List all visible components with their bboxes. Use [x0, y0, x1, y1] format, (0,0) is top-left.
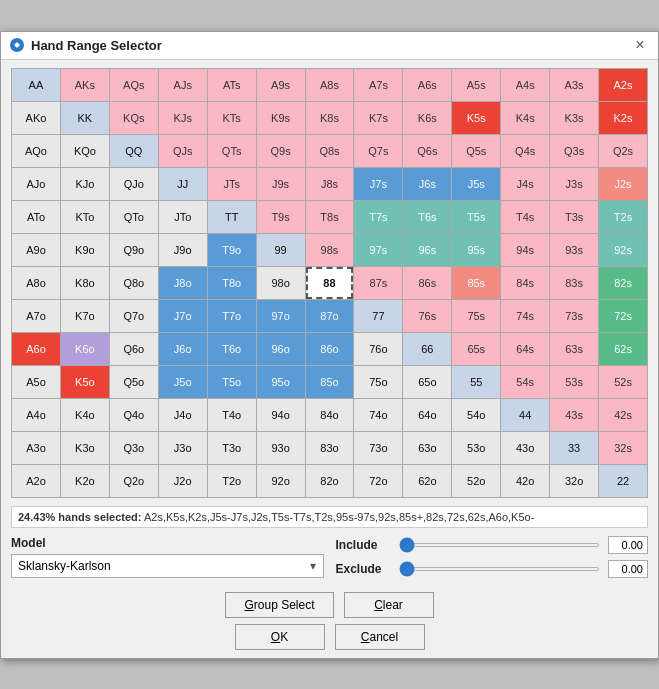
grid-cell[interactable]: 66 [403, 333, 451, 365]
grid-cell[interactable]: Q2s [599, 135, 647, 167]
grid-cell[interactable]: A5s [452, 69, 500, 101]
grid-cell[interactable]: T9o [208, 234, 256, 266]
grid-cell[interactable]: Q9o [110, 234, 158, 266]
grid-cell[interactable]: K9o [61, 234, 109, 266]
grid-cell[interactable]: 76o [354, 333, 402, 365]
grid-cell[interactable]: AQs [110, 69, 158, 101]
grid-cell[interactable]: Q4s [501, 135, 549, 167]
grid-cell[interactable]: 87o [306, 300, 354, 332]
grid-cell[interactable]: 63o [403, 432, 451, 464]
grid-cell[interactable]: J4s [501, 168, 549, 200]
grid-cell[interactable]: 93s [550, 234, 598, 266]
grid-cell[interactable]: A9s [257, 69, 305, 101]
grid-cell[interactable]: Q9s [257, 135, 305, 167]
grid-cell[interactable]: TT [208, 201, 256, 233]
grid-cell[interactable]: T7s [354, 201, 402, 233]
grid-cell[interactable]: 93o [257, 432, 305, 464]
grid-cell[interactable]: 72o [354, 465, 402, 497]
grid-cell[interactable]: 54o [452, 399, 500, 431]
grid-cell[interactable]: 43o [501, 432, 549, 464]
grid-cell[interactable]: 94o [257, 399, 305, 431]
grid-cell[interactable]: T3s [550, 201, 598, 233]
grid-cell[interactable]: A4o [12, 399, 60, 431]
grid-cell[interactable]: 98s [306, 234, 354, 266]
grid-cell[interactable]: ATs [208, 69, 256, 101]
grid-cell[interactable]: T2s [599, 201, 647, 233]
grid-cell[interactable]: KJs [159, 102, 207, 134]
grid-cell[interactable]: J2s [599, 168, 647, 200]
grid-cell[interactable]: 72s [599, 300, 647, 332]
grid-cell[interactable]: 64o [403, 399, 451, 431]
grid-cell[interactable]: 42o [501, 465, 549, 497]
grid-cell[interactable]: KK [61, 102, 109, 134]
grid-cell[interactable]: K8s [306, 102, 354, 134]
grid-cell[interactable]: A6s [403, 69, 451, 101]
grid-cell[interactable]: Q7o [110, 300, 158, 332]
grid-cell[interactable]: Q6o [110, 333, 158, 365]
grid-cell[interactable]: 53s [550, 366, 598, 398]
grid-cell[interactable]: Q5o [110, 366, 158, 398]
grid-cell[interactable]: QJs [159, 135, 207, 167]
grid-cell[interactable]: JTs [208, 168, 256, 200]
grid-cell[interactable]: J9o [159, 234, 207, 266]
grid-cell[interactable]: T7o [208, 300, 256, 332]
grid-cell[interactable]: 52o [452, 465, 500, 497]
grid-cell[interactable]: 75o [354, 366, 402, 398]
grid-cell[interactable]: 96o [257, 333, 305, 365]
grid-cell[interactable]: 95s [452, 234, 500, 266]
grid-cell[interactable]: QTo [110, 201, 158, 233]
grid-cell[interactable]: 74o [354, 399, 402, 431]
grid-cell[interactable]: KTo [61, 201, 109, 233]
grid-cell[interactable]: A8o [12, 267, 60, 299]
grid-cell[interactable]: 86o [306, 333, 354, 365]
grid-cell[interactable]: J5s [452, 168, 500, 200]
grid-cell[interactable]: AKo [12, 102, 60, 134]
grid-cell[interactable]: Q3o [110, 432, 158, 464]
grid-cell[interactable]: 65o [403, 366, 451, 398]
grid-cell[interactable]: T8o [208, 267, 256, 299]
grid-cell[interactable]: K3o [61, 432, 109, 464]
grid-cell[interactable]: Q8o [110, 267, 158, 299]
grid-cell[interactable]: Q4o [110, 399, 158, 431]
grid-cell[interactable]: Q7s [354, 135, 402, 167]
grid-cell[interactable]: Q8s [306, 135, 354, 167]
grid-cell[interactable]: 87s [354, 267, 402, 299]
grid-cell[interactable]: 83s [550, 267, 598, 299]
ok-button[interactable]: OK [235, 624, 325, 650]
grid-cell[interactable]: 84s [501, 267, 549, 299]
grid-cell[interactable]: 92s [599, 234, 647, 266]
grid-cell[interactable]: A4s [501, 69, 549, 101]
grid-cell[interactable]: T5o [208, 366, 256, 398]
grid-cell[interactable]: J6s [403, 168, 451, 200]
grid-cell[interactable]: J4o [159, 399, 207, 431]
grid-cell[interactable]: 86s [403, 267, 451, 299]
grid-cell[interactable]: 22 [599, 465, 647, 497]
grid-cell[interactable]: QQ [110, 135, 158, 167]
grid-cell[interactable]: J6o [159, 333, 207, 365]
grid-cell[interactable]: 94s [501, 234, 549, 266]
grid-cell[interactable]: K5o [61, 366, 109, 398]
grid-cell[interactable]: A2s [599, 69, 647, 101]
grid-cell[interactable]: QJo [110, 168, 158, 200]
grid-cell[interactable]: 82o [306, 465, 354, 497]
grid-cell[interactable]: J7s [354, 168, 402, 200]
grid-cell[interactable]: K7s [354, 102, 402, 134]
cancel-button[interactable]: Cancel [335, 624, 425, 650]
grid-cell[interactable]: 65s [452, 333, 500, 365]
grid-cell[interactable]: 92o [257, 465, 305, 497]
grid-cell[interactable]: K8o [61, 267, 109, 299]
grid-cell[interactable]: 44 [501, 399, 549, 431]
grid-cell[interactable]: KTs [208, 102, 256, 134]
grid-cell[interactable]: KQo [61, 135, 109, 167]
clear-button[interactable]: Clear [344, 592, 434, 618]
grid-cell[interactable]: J7o [159, 300, 207, 332]
grid-cell[interactable]: A6o [12, 333, 60, 365]
grid-cell[interactable]: AJo [12, 168, 60, 200]
grid-cell[interactable]: K5s [452, 102, 500, 134]
grid-cell[interactable]: 85o [306, 366, 354, 398]
grid-cell[interactable]: 52s [599, 366, 647, 398]
grid-cell[interactable]: T9s [257, 201, 305, 233]
grid-cell[interactable]: K6s [403, 102, 451, 134]
grid-cell[interactable]: Q5s [452, 135, 500, 167]
grid-cell[interactable]: 53o [452, 432, 500, 464]
